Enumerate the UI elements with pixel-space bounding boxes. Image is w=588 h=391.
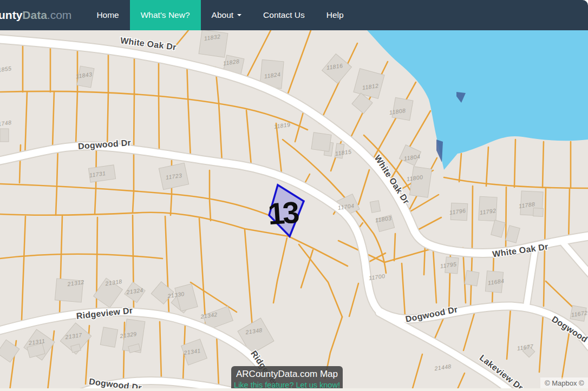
parcel-boundary-line	[0, 184, 269, 215]
chevron-down-icon	[237, 14, 241, 16]
parcel-boundary-line	[543, 142, 544, 188]
logo-text-secondary: Data	[22, 9, 47, 22]
parcel-boundary-line	[133, 191, 134, 213]
parcel-boundary-line	[394, 234, 395, 261]
parcel-number-label: 21448	[434, 363, 452, 372]
building-footprint	[0, 129, 9, 142]
parcel-boundary-line	[53, 91, 54, 147]
nav-home[interactable]: Home	[86, 0, 129, 30]
parcel-boundary-line	[191, 282, 237, 312]
bottom-strip	[0, 388, 588, 391]
building-footprint	[465, 270, 479, 286]
parcel-boundary-line	[358, 170, 369, 204]
parcel-boundary-line	[411, 354, 422, 391]
parcel-boundary-line	[285, 30, 311, 101]
map-canvas[interactable]: 1185511748118431183211828118241181611812…	[0, 30, 588, 391]
parcel-boundary-line	[546, 281, 575, 309]
parcel-number-label: 11819	[273, 121, 291, 130]
main-nav: Home What's New? About Contact Us Help	[86, 0, 354, 30]
parcel-boundary-line	[299, 244, 342, 317]
parcel-boundary-line	[486, 147, 488, 186]
parcel-boundary-line	[545, 188, 546, 248]
tooltip-title: ARCountyData.com Map	[233, 368, 341, 380]
parcel-boundary-line	[210, 200, 211, 221]
parcel-boundary-line	[444, 177, 588, 188]
nav-about[interactable]: About	[201, 0, 253, 30]
parcel-boundary-line	[514, 140, 515, 187]
parcel-boundary-line	[349, 283, 358, 316]
road	[379, 313, 512, 391]
parcel-boundary-line	[56, 186, 57, 215]
parcel-boundary-line	[402, 263, 405, 315]
parcel-boundary-line	[472, 186, 473, 248]
road	[563, 243, 588, 274]
parcel-boundary-line	[123, 322, 125, 380]
parcel-boundary-line	[319, 43, 357, 123]
parcel-boundary-line	[562, 330, 570, 379]
parcel-boundary-line	[433, 250, 436, 303]
page: untyData.com Home What's New? About Cont…	[0, 0, 588, 391]
nav-about-label: About	[212, 10, 234, 20]
parcel-boundary-line	[0, 91, 308, 130]
parcel-boundary-line	[171, 195, 172, 215]
site-logo[interactable]: untyData.com	[0, 0, 71, 30]
parcel-boundary-line	[246, 110, 251, 165]
parcel-boundary-line	[76, 92, 77, 145]
shoreline-detail	[436, 140, 443, 162]
parcel-boundary-line	[459, 154, 461, 182]
parcel-boundary-line	[507, 308, 511, 359]
parcel-boundary-line	[424, 244, 425, 275]
nav-whats-new[interactable]: What's New?	[130, 0, 201, 30]
map-tooltip: ARCountyData.com Map Like this feature? …	[231, 366, 343, 391]
parcel-boundary-line	[25, 92, 27, 157]
parcel-boundary-line	[544, 250, 545, 306]
parcel-boundary-line	[188, 96, 191, 158]
building-footprint	[533, 208, 544, 217]
parcel-boundary-line	[22, 216, 25, 320]
parcel-number-label: 11855	[0, 65, 12, 74]
logo-text-primary: unty	[0, 9, 22, 22]
parcel-boundary-line	[19, 145, 21, 183]
navbar: untyData.com Home What's New? About Cont…	[0, 0, 588, 30]
parcel-boundary-line	[539, 315, 543, 372]
building-footprint	[370, 201, 380, 213]
map-container[interactable]: 1185511748118431183211828118241181611812…	[0, 30, 588, 391]
nav-help[interactable]: Help	[316, 0, 355, 30]
building-footprint	[100, 327, 117, 347]
parcel-boundary-line	[159, 93, 159, 154]
building-footprint	[506, 226, 520, 243]
highlighted-parcel-label: 13	[267, 195, 300, 231]
parcel-boundary-line	[273, 238, 287, 303]
building-footprint	[409, 167, 432, 197]
parcel-boundary-line	[199, 218, 206, 328]
parcel-boundary-line	[409, 195, 439, 212]
nav-contact-us[interactable]: Contact Us	[252, 0, 316, 30]
parcel-boundary-line	[160, 322, 161, 379]
building-footprint	[491, 220, 506, 237]
parcel-boundary-line	[217, 334, 219, 387]
logo-text-tld: .com	[47, 9, 72, 22]
parcel-boundary-line	[134, 93, 134, 152]
parcel-boundary-line	[506, 187, 506, 251]
building-footprint	[311, 132, 331, 151]
parcel-boundary-line	[219, 103, 222, 162]
parcel-boundary-line	[95, 189, 96, 214]
parcel-number-label: 11748	[0, 119, 12, 128]
